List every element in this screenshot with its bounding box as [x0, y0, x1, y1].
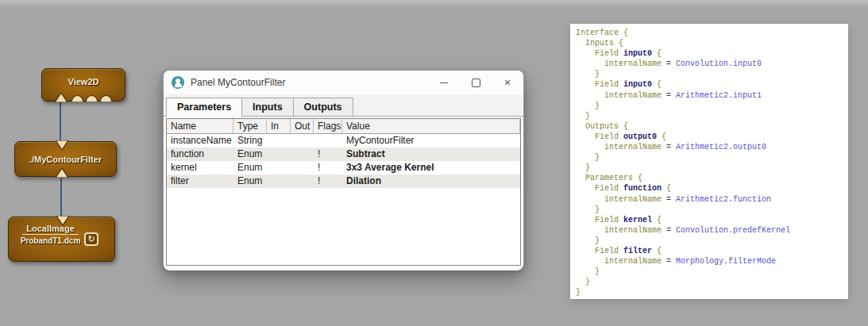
table-header: NameTypeInOutFlagsValue	[167, 119, 520, 134]
code-line: }	[576, 267, 848, 277]
code-line: Field function {	[576, 183, 848, 194]
cell-name: function	[167, 148, 233, 161]
input-connector-dome-icon[interactable]	[100, 95, 112, 102]
node-localimage[interactable]: LocalImage ProbandT1.dcm ↻	[8, 217, 115, 262]
cell-out	[291, 148, 314, 161]
code-line: }	[576, 287, 848, 297]
tab-inputs[interactable]: Inputs	[241, 98, 294, 116]
cell-in	[267, 134, 291, 148]
column-header-out[interactable]: Out	[291, 119, 314, 134]
code-line: }	[576, 69, 848, 79]
table-row-function[interactable]: functionEnum!Subtract	[167, 148, 520, 161]
node-mycontourfilter-label: ./MyContourFilter	[29, 155, 102, 164]
cell-out	[291, 161, 314, 175]
table-row-instanceName[interactable]: instanceNameStringMyContourFilter	[167, 134, 520, 148]
cell-value: Dilation	[342, 175, 520, 188]
code-line: internalName = Morphology.filterMode	[576, 256, 848, 267]
maximize-icon	[472, 79, 480, 87]
code-line: internalName = Arithmetic2.input1	[576, 90, 848, 101]
parameters-table: NameTypeInOutFlagsValue instanceNameStri…	[166, 118, 521, 266]
column-header-type[interactable]: Type	[233, 119, 267, 134]
code-line: internalName = Convolution.input0	[576, 59, 848, 69]
cell-flags: !	[314, 161, 342, 175]
output-connector-triangle-icon[interactable]	[56, 140, 68, 150]
reload-image-button[interactable]: ↻	[84, 232, 98, 246]
code-line: Field input0 {	[576, 48, 848, 59]
parameters-tab-pane: NameTypeInOutFlagsValue instanceNameStri…	[164, 117, 523, 270]
code-line: }	[576, 101, 848, 111]
column-header-value[interactable]: Value	[342, 119, 520, 134]
mevislab-logo-icon	[172, 76, 184, 89]
node-localimage-text: LocalImage ProbandT1.dcm	[17, 224, 84, 245]
cell-name: instanceName	[167, 134, 233, 148]
mevislab-workspace: { "graph": { "connection_color": "#3a5b7…	[0, 0, 868, 326]
code-line: }	[576, 152, 848, 163]
code-line: internalName = Convolution.predefKernel	[576, 225, 848, 236]
input-connector-triangle-icon[interactable]	[55, 93, 68, 102]
column-header-in[interactable]: In	[267, 119, 291, 134]
window-titlebar[interactable]: Panel MyContourFilter ×	[164, 71, 523, 94]
node-view2d[interactable]: View2D	[41, 68, 125, 102]
node-localimage-filename: ProbandT1.dcm	[17, 236, 84, 245]
input-connector-dome-icon[interactable]	[86, 95, 98, 102]
code-line: internalName = Arithmetic2.output0	[576, 142, 848, 152]
table-row-filter[interactable]: filterEnum!Dilation	[167, 175, 520, 188]
column-header-flags[interactable]: Flags	[314, 119, 342, 134]
node-localimage-label: LocalImage	[22, 224, 79, 235]
cell-in	[267, 175, 291, 188]
minimize-button[interactable]	[428, 71, 460, 94]
maximize-button[interactable]	[460, 71, 492, 94]
cell-value: Subtract	[342, 148, 520, 161]
cell-value: 3x3 Average Kernel	[342, 161, 520, 175]
code-line: Parameters {	[576, 173, 848, 183]
table-row-kernel[interactable]: kernelEnum!3x3 Average Kernel	[167, 161, 520, 175]
code-line: }	[576, 277, 848, 287]
cell-flags: !	[314, 175, 342, 188]
cell-type: Enum	[233, 175, 267, 188]
column-header-name[interactable]: Name	[167, 119, 233, 134]
mdl-code-editor[interactable]: Interface { Inputs { Field input0 { inte…	[570, 24, 848, 299]
close-icon: ×	[504, 77, 511, 88]
cell-name: kernel	[167, 161, 233, 175]
cell-out	[291, 175, 314, 188]
tab-outputs[interactable]: Outputs	[293, 98, 353, 116]
input-connector-triangle-icon[interactable]	[56, 168, 68, 178]
cell-in	[267, 148, 291, 161]
code-line: Field output0 {	[576, 132, 848, 142]
code-line: Interface {	[576, 28, 848, 38]
tab-parameters[interactable]: Parameters	[166, 98, 242, 117]
cell-value: MyContourFilter	[342, 134, 520, 148]
cell-flags	[314, 134, 342, 148]
cell-type: String	[233, 134, 267, 148]
cell-flags: !	[314, 148, 342, 161]
tab-bar: Parameters Inputs Outputs	[164, 94, 523, 117]
code-line: Field input0 {	[576, 79, 848, 90]
code-line: internalName = Arithmetic2.function	[576, 194, 848, 205]
window-title: Panel MyContourFilter	[191, 77, 285, 88]
minimize-icon	[440, 82, 448, 83]
code-line: Field kernel {	[576, 215, 848, 225]
cell-type: Enum	[233, 161, 267, 175]
node-mycontourfilter[interactable]: ./MyContourFilter	[14, 141, 117, 177]
cell-out	[291, 134, 314, 148]
connection-view2d-mycontourfilter[interactable]	[60, 98, 61, 144]
reload-icon: ↻	[87, 235, 95, 244]
input-connector-dome-icon[interactable]	[71, 95, 83, 102]
code-line: }	[576, 163, 848, 173]
window-controls: ×	[428, 71, 523, 94]
code-line: }	[576, 205, 848, 215]
code-line: Field filter {	[576, 246, 848, 256]
cell-type: Enum	[233, 148, 267, 161]
table-body: instanceNameStringMyContourFilterfunctio…	[167, 134, 520, 188]
cell-name: filter	[167, 175, 233, 188]
code-line: }	[576, 111, 848, 121]
close-button[interactable]: ×	[492, 71, 523, 94]
node-view2d-label: View2D	[68, 77, 99, 86]
connection-mycontourfilter-localimage[interactable]	[60, 173, 62, 221]
code-line: }	[576, 236, 848, 246]
code-line: Inputs {	[576, 38, 848, 48]
panel-window: Panel MyContourFilter × Parameters Input…	[163, 70, 524, 270]
cell-in	[267, 161, 291, 175]
code-line: Outputs {	[576, 121, 848, 132]
